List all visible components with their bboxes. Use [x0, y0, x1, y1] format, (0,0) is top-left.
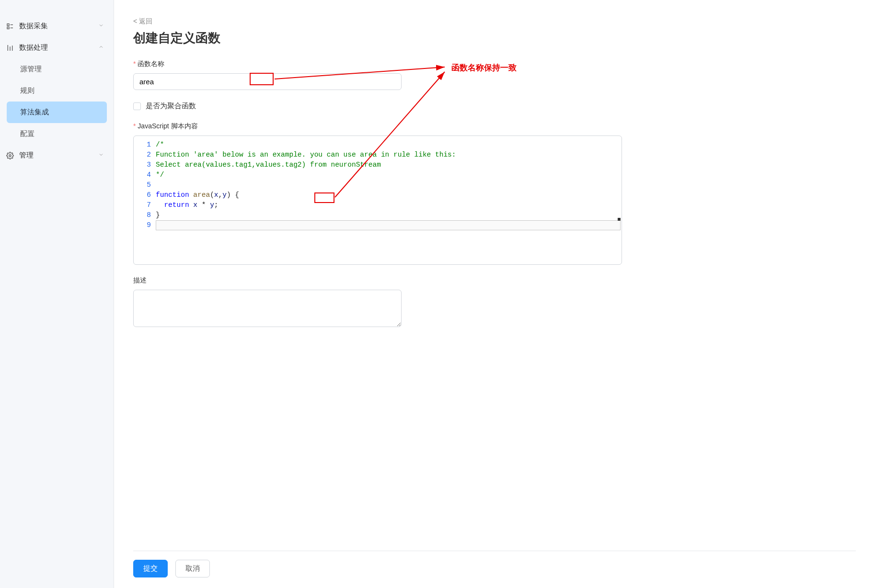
sidebar-item-rules[interactable]: 规则 — [0, 80, 114, 102]
svg-point-7 — [9, 155, 11, 157]
sidebar-item-config[interactable]: 配置 — [0, 123, 114, 145]
sidebar-label: 管理 — [19, 151, 34, 160]
chevron-down-icon — [98, 152, 104, 159]
code-body[interactable]: /* Function 'area' below is an example. … — [156, 136, 622, 264]
aggregate-checkbox[interactable] — [133, 102, 141, 110]
function-name-input[interactable] — [133, 73, 402, 90]
sidebar-submenu: 源管理 规则 算法集成 配置 — [0, 58, 114, 145]
sidebar-label: 数据处理 — [19, 43, 48, 52]
chevron-up-icon — [98, 44, 104, 51]
sidebar-item-source-mgmt[interactable]: 源管理 — [0, 58, 114, 80]
description-label: 描述 — [133, 276, 856, 285]
sidebar-item-algorithm[interactable]: 算法集成 — [7, 102, 107, 123]
page-title: 创建自定义函数 — [133, 30, 856, 46]
main-content: < 返回 创建自定义函数 函数名称 是否为聚合函数 JavaScript 脚本内… — [114, 0, 875, 588]
svg-rect-1 — [7, 27, 9, 29]
data-process-icon — [6, 44, 14, 52]
sidebar: 数据采集 数据处理 源管理 规则 算法集成 配置 — [0, 0, 114, 588]
editor-cursor-line — [156, 220, 621, 230]
submit-button[interactable]: 提交 — [133, 560, 168, 577]
editor-cursor-mark — [618, 218, 621, 221]
aggregate-label: 是否为聚合函数 — [146, 102, 196, 111]
gear-icon — [6, 151, 14, 160]
function-name-label: 函数名称 — [133, 60, 856, 68]
sidebar-label: 数据采集 — [19, 22, 48, 31]
footer-bar: 提交 取消 — [133, 551, 856, 588]
sidebar-item-data-process[interactable]: 数据处理 — [0, 37, 114, 58]
description-textarea[interactable] — [133, 290, 402, 327]
sidebar-item-data-collect[interactable]: 数据采集 — [0, 15, 114, 37]
code-editor[interactable]: 1 2 3 4 5 6 7 8 9 /* Function 'area' bel… — [133, 136, 622, 265]
cancel-button[interactable]: 取消 — [175, 560, 210, 577]
chevron-down-icon — [98, 23, 104, 30]
data-collect-icon — [6, 22, 14, 31]
line-number-gutter: 1 2 3 4 5 6 7 8 9 — [134, 136, 156, 264]
script-label: JavaScript 脚本内容 — [133, 122, 856, 131]
back-link[interactable]: < 返回 — [133, 17, 856, 26]
sidebar-item-manage[interactable]: 管理 — [0, 145, 114, 166]
svg-rect-0 — [7, 23, 9, 25]
